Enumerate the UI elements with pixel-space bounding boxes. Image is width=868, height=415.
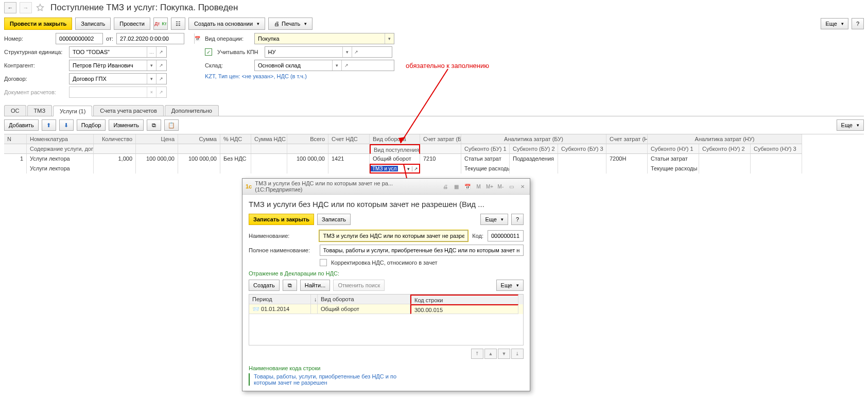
cell-sub-bu2[interactable]: Подразделения	[510, 154, 558, 164]
tab-services[interactable]: Услуги (1)	[53, 106, 92, 116]
tab-tmz[interactable]: ТМЗ	[27, 105, 53, 116]
nav-back-button[interactable]: ←	[4, 2, 16, 13]
nav-down-icon[interactable]: ▼	[498, 349, 510, 359]
cell-vat-sum[interactable]	[251, 154, 287, 164]
add-row-button[interactable]: Добавить	[4, 119, 39, 131]
cell-vat-acc[interactable]: 1421	[328, 154, 370, 164]
nav-last-icon[interactable]: ⤓	[511, 349, 524, 359]
open-icon[interactable]: ↗	[341, 60, 351, 71]
post-and-close-button[interactable]: Провести и закрыть	[4, 18, 72, 30]
cell-sum[interactable]: 100 000,00	[178, 154, 220, 164]
cell-price[interactable]: 100 000,00	[136, 154, 178, 164]
nav-forward-button[interactable]: →	[20, 2, 32, 13]
name-field[interactable]	[319, 230, 468, 241]
cell-vat-pct[interactable]: Без НДС	[220, 154, 251, 164]
move-down-button[interactable]: ⬇	[59, 119, 74, 131]
nav-first-icon[interactable]: ⤒	[471, 349, 483, 359]
mini-more-button[interactable]: Еще	[496, 280, 524, 291]
cell-n[interactable]: 1	[4, 154, 27, 164]
cell-sub-nu3[interactable]	[751, 154, 802, 164]
col-vat-sum: Сумма НДС	[251, 134, 287, 144]
tab-os[interactable]: ОС	[4, 105, 26, 116]
cell-sub-bu1[interactable]: Статьи затрат	[461, 154, 510, 164]
contract-field[interactable]	[70, 74, 147, 84]
dropdown-icon[interactable]: ▾	[405, 166, 412, 171]
help-button[interactable]: ?	[852, 18, 864, 29]
dt-kt-icon-button[interactable]: ДтКт	[153, 18, 168, 30]
nav-up-icon[interactable]: ▲	[484, 349, 497, 359]
open-icon[interactable]: ↗	[352, 47, 361, 57]
adj-vat-checkbox[interactable]	[320, 259, 327, 266]
dropdown-icon[interactable]: ▾	[332, 60, 341, 71]
cell-sub-bu3[interactable]	[558, 154, 606, 164]
paste-icon-button[interactable]: 📋	[164, 119, 179, 131]
print-icon[interactable]: 🖨	[442, 182, 449, 191]
cell-period[interactable]: 📨 01.01.2014	[249, 304, 311, 314]
structure-icon-button[interactable]: ☷	[171, 18, 185, 30]
print-button[interactable]: 🖨 Печать	[268, 18, 313, 30]
full-name-field[interactable]	[320, 245, 524, 256]
contragent-field[interactable]	[70, 60, 147, 71]
cell-sub-nu1[interactable]: Статьи затрат	[648, 154, 699, 164]
cell-row-code[interactable]: 300.00.015	[410, 304, 518, 314]
cell-cost-bu[interactable]: 7210	[420, 154, 461, 164]
m-minus-icon[interactable]: M-	[497, 182, 505, 191]
copy-icon-button[interactable]: ⧉	[147, 119, 161, 131]
dialog-heading: ТМЗ и услуги без НДС или по которым заче…	[249, 200, 524, 209]
code-field[interactable]	[488, 230, 524, 241]
dropdown-icon[interactable]: ▾	[342, 47, 352, 57]
org-field[interactable]	[70, 47, 147, 57]
post-button[interactable]: Провести	[114, 18, 150, 30]
grid-more-button[interactable]: Еще	[837, 119, 864, 131]
cell-total[interactable]: 100 000,00	[287, 154, 328, 164]
cell-sub-nu1b[interactable]: Текущие расходы	[648, 164, 699, 174]
edit-button[interactable]: Изменить	[109, 119, 144, 131]
cell-nomen2[interactable]: Услуги лектора	[27, 164, 94, 174]
open-icon[interactable]: ↗	[412, 166, 419, 171]
dialog-save-close-button[interactable]: Записать и закрыть	[249, 214, 314, 225]
m-plus-icon[interactable]: M+	[485, 182, 493, 191]
cell-qty[interactable]: 1,000	[94, 154, 136, 164]
calendar-icon[interactable]: 📅	[194, 33, 200, 44]
dialog-help-button[interactable]: ?	[511, 214, 524, 225]
dropdown-icon[interactable]: ▾	[147, 60, 156, 71]
find-button[interactable]: Найти...	[300, 280, 331, 291]
open-icon[interactable]: ↗	[156, 47, 165, 57]
currency-link[interactable]: KZT, Тип цен: <не указан>, НДС (в т.ч.)	[205, 73, 307, 79]
cell-turnover[interactable]: Общий оборот	[370, 154, 420, 164]
create-button[interactable]: Создать	[249, 280, 280, 291]
cell-sub-nu2[interactable]	[699, 154, 751, 164]
calendar-icon[interactable]: 📅	[463, 182, 471, 191]
tab-extra[interactable]: Дополнительно	[165, 105, 219, 116]
m-icon[interactable]: M	[475, 182, 482, 191]
cell-sub-bu1b[interactable]: Текущие расходы	[461, 164, 510, 174]
open-icon[interactable]: ↗	[156, 74, 165, 84]
cell-cost-nu[interactable]: 7200Н	[606, 154, 648, 164]
calc-icon[interactable]: ▦	[453, 182, 460, 191]
select-icon[interactable]: …	[147, 47, 156, 57]
save-button[interactable]: Записать	[75, 18, 111, 30]
dropdown-icon[interactable]: ▾	[385, 33, 394, 44]
dropdown-icon[interactable]: ▾	[147, 74, 156, 84]
favorite-star-icon[interactable]	[35, 3, 45, 13]
restore-icon[interactable]: ▭	[508, 182, 515, 191]
close-icon[interactable]: ✕	[519, 182, 527, 191]
open-icon[interactable]: ↗	[156, 60, 165, 71]
cell-nomen[interactable]: Услуги лектора	[27, 154, 94, 164]
date-field[interactable]	[117, 33, 194, 44]
pick-button[interactable]: Подбор	[77, 119, 106, 131]
move-up-button[interactable]: ⬆	[42, 119, 56, 131]
dialog-save-button[interactable]: Записать	[317, 214, 351, 225]
kpn-checkbox[interactable]: ✓	[205, 48, 212, 56]
copy-icon-button[interactable]: ⧉	[283, 280, 297, 291]
warehouse-field[interactable]	[255, 60, 332, 71]
more-button[interactable]: Еще	[821, 18, 848, 29]
op-type-field[interactable]	[255, 33, 385, 44]
dialog-more-button[interactable]: Еще	[480, 214, 508, 225]
create-based-on-button[interactable]: Создать на основании	[188, 18, 265, 30]
cell-receipt-type[interactable]: ТМЗ и усл ▾ ↗	[370, 164, 420, 174]
declaration-rows-grid: Период ↓ Вид оборота Код строки 📨 01.01.…	[249, 294, 524, 345]
tab-accounts[interactable]: Счета учета расчетов	[93, 105, 163, 116]
cell-turnover[interactable]: Общий оборот	[318, 304, 410, 314]
kpn-field[interactable]	[265, 47, 342, 57]
